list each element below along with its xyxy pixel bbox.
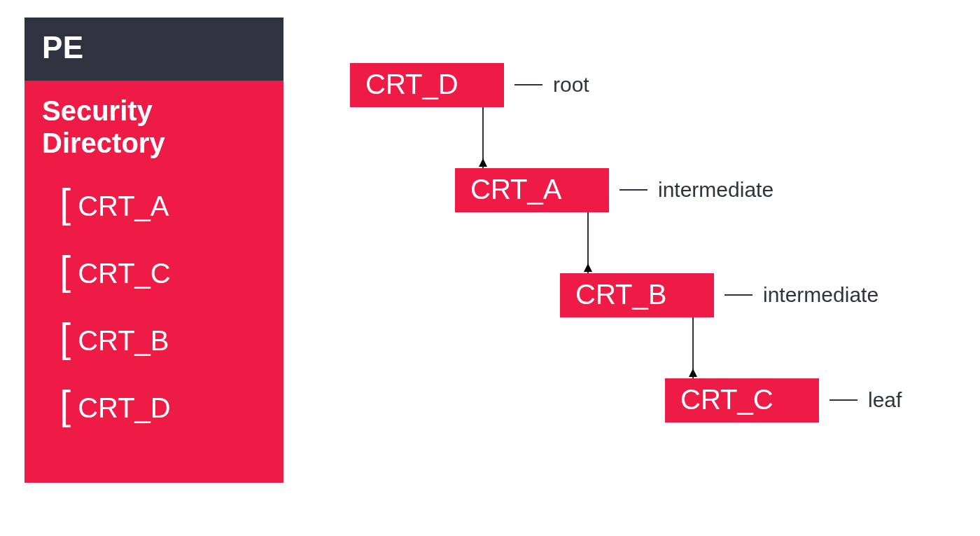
connector-line-icon [724, 294, 752, 296]
chain-role-label: leaf [868, 388, 902, 412]
connector-line-icon [620, 189, 648, 191]
chain-role-label: intermediate [658, 178, 774, 202]
certificate-list-item: [CRT_A [59, 186, 266, 226]
chain-role-crt-d: root [514, 73, 589, 97]
certificate-list-item: [CRT_D [59, 387, 266, 428]
certificate-list-label: CRT_B [78, 327, 169, 355]
connector-line-icon [514, 84, 542, 85]
certificate-list-label: CRT_C [78, 259, 171, 287]
chain-node-crt-a: CRT_A [455, 168, 609, 212]
file-icon: [ [59, 317, 71, 358]
chain-role-crt-b: intermediate [724, 283, 878, 307]
section-title: SecurityDirectory [42, 95, 266, 159]
file-icon: [ [59, 385, 71, 425]
certificate-list-label: CRT_D [78, 394, 171, 422]
certificate-list-label: CRT_A [78, 192, 169, 220]
pe-header: PE [24, 18, 284, 81]
chain-node-crt-b: CRT_B [560, 273, 714, 317]
connector-line-icon [830, 399, 858, 401]
pe-panel: PE SecurityDirectory [CRT_A[CRT_C[CRT_B[… [24, 18, 284, 483]
file-icon: [ [59, 183, 71, 224]
file-icon: [ [59, 250, 71, 291]
chain-role-crt-c: leaf [830, 388, 902, 412]
chain-role-label: root [553, 73, 589, 97]
chain-role-label: intermediate [763, 283, 878, 307]
certificate-list: [CRT_A[CRT_C[CRT_B[CRT_D [42, 186, 266, 428]
certificate-list-item: [CRT_C [59, 253, 266, 294]
chain-role-crt-a: intermediate [620, 178, 774, 202]
certificate-list-item: [CRT_B [59, 320, 266, 361]
pe-body: SecurityDirectory [CRT_A[CRT_C[CRT_B[CRT… [24, 81, 284, 483]
chain-node-crt-d: CRT_D [350, 63, 504, 107]
chain-node-crt-c: CRT_C [665, 378, 819, 422]
certificate-chain: CRT_DrootCRT_AintermediateCRT_Bintermedi… [350, 63, 931, 462]
